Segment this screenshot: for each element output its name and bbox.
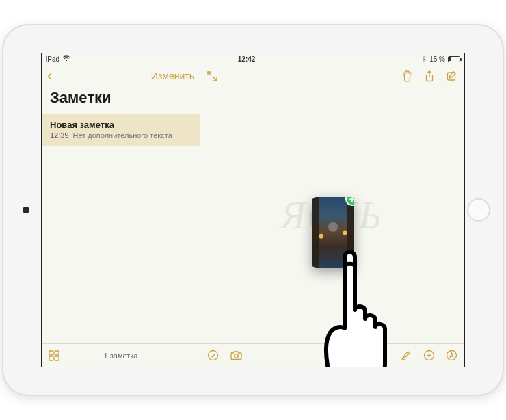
status-bar: iPad 12:42 ᛒ 15 %	[42, 53, 464, 64]
battery-text: 15 %	[429, 55, 445, 63]
edit-button[interactable]: Изменить	[151, 70, 194, 81]
markup-icon[interactable]	[446, 350, 457, 361]
note-subtitle: 12:39Нет дополнительного текста	[50, 131, 191, 140]
svg-point-6	[235, 354, 239, 358]
checklist-icon[interactable]	[207, 350, 219, 361]
battery-icon	[448, 56, 460, 62]
device-label: iPad	[46, 55, 59, 63]
note-list-item[interactable]: Новая заметка 12:39Нет дополнительного т…	[42, 114, 200, 146]
svg-rect-2	[49, 356, 53, 360]
home-button[interactable]	[467, 198, 490, 222]
note-preview: Нет дополнительного текста	[73, 131, 172, 140]
bluetooth-icon: ᛒ	[423, 55, 427, 63]
camera-icon[interactable]	[230, 350, 243, 360]
svg-rect-0	[49, 351, 53, 355]
svg-rect-1	[55, 351, 59, 355]
dragged-image-thumbnail[interactable]: +	[312, 197, 354, 268]
expand-icon[interactable]	[207, 71, 217, 81]
detail-toolbar	[200, 343, 464, 367]
wifi-icon	[62, 55, 70, 63]
notes-sidebar: ‹ Изменить Заметки Новая заметка 12:39Не…	[42, 64, 200, 367]
folder-title: Заметки	[42, 88, 200, 114]
add-badge-icon: +	[345, 197, 354, 206]
attachments-icon[interactable]	[49, 350, 59, 361]
front-camera	[23, 207, 29, 213]
ipad-frame: iPad 12:42 ᛒ 15 % ‹ Изменить	[3, 25, 503, 395]
back-button[interactable]: ‹	[47, 67, 52, 85]
sidebar-nav: ‹ Изменить	[42, 64, 200, 88]
detail-nav	[200, 64, 464, 88]
sidebar-toolbar: 1 заметка	[42, 343, 200, 367]
svg-point-5	[209, 351, 218, 360]
screen: iPad 12:42 ᛒ 15 % ‹ Изменить	[41, 53, 465, 367]
svg-rect-3	[55, 356, 59, 360]
note-count: 1 заметка	[59, 352, 182, 360]
compose-icon[interactable]	[447, 70, 457, 82]
add-icon[interactable]	[423, 350, 435, 361]
note-title: Новая заметка	[50, 120, 191, 130]
trash-icon[interactable]	[402, 70, 412, 82]
share-icon[interactable]	[425, 70, 434, 82]
sketch-icon[interactable]	[401, 350, 412, 361]
note-time: 12:39	[50, 131, 69, 140]
clock: 12:42	[238, 55, 256, 63]
